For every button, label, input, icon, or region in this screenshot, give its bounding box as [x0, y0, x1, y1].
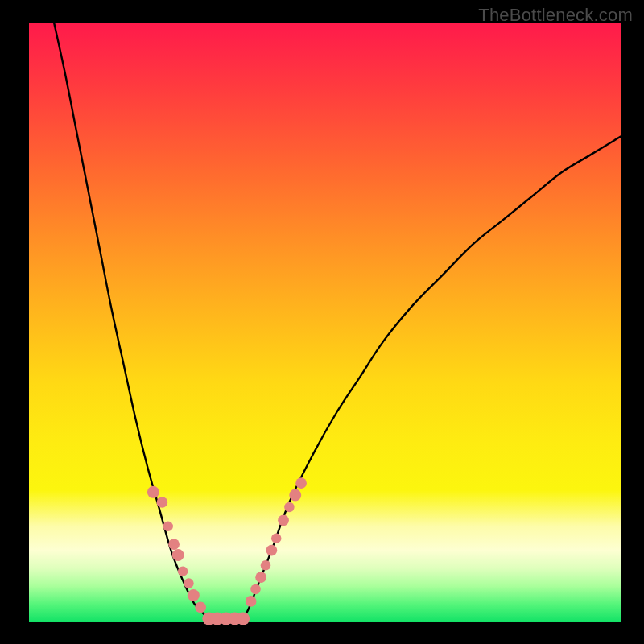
watermark-label: TheBottleneck.com [478, 5, 633, 26]
chart-frame: TheBottleneck.com [0, 0, 644, 644]
chart-gradient-background [29, 23, 621, 622]
